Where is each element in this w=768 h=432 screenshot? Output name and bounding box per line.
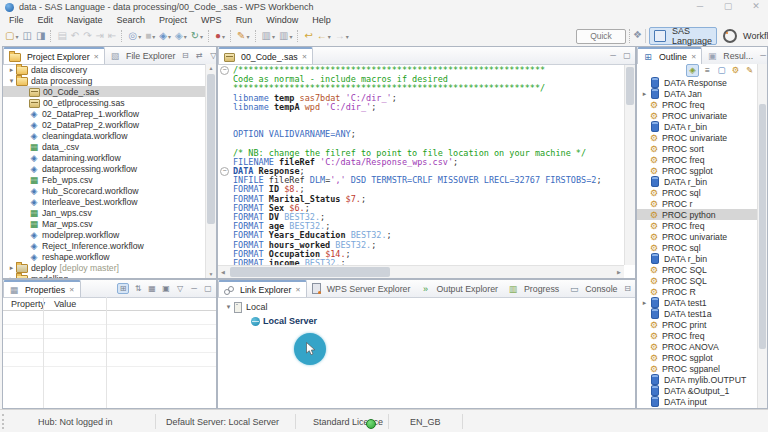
properties-tab-properties[interactable]: ▦Properties✕ <box>3 280 81 297</box>
bottom-tab-wps-server-explorer[interactable]: WPS Server Explorer <box>307 280 416 297</box>
format-code-button[interactable]: ✎▾ <box>236 29 250 44</box>
project-tab-project-explorer[interactable]: Project Explorer✕ <box>3 47 105 64</box>
view-menu-icon[interactable]: ▽ <box>175 284 185 293</box>
outline-item-proc-sort[interactable]: ⚙PROC sort <box>637 143 758 154</box>
outline-item-proc-univariate[interactable]: ⚙PROC univariate <box>637 110 758 121</box>
expander-icon[interactable]: ▸ <box>640 90 649 98</box>
quick-access-button[interactable]: Quick Access <box>576 29 626 44</box>
tree-item-cleaningdata-workflow[interactable]: ◈cleaningdata.workflow <box>3 130 206 141</box>
dropdown-arrow-icon[interactable]: ▾ <box>222 33 225 40</box>
outline-item-proc-freq[interactable]: ⚙PROC freq <box>637 99 758 110</box>
outline-item-proc-sgplot[interactable]: ⚙PROC sgplot <box>637 352 758 363</box>
outline-item-data-r-bin[interactable]: DATA r_bin <box>637 121 758 132</box>
scroll-thumb[interactable] <box>230 267 390 277</box>
dropdown-arrow-icon[interactable]: ▾ <box>184 33 187 40</box>
scroll-left-icon[interactable]: ◀ <box>218 266 228 278</box>
menu-window[interactable]: Window <box>259 15 305 27</box>
tree-item-data-processing[interactable]: ▾data processing <box>3 75 206 86</box>
outline-item-data-r-bin[interactable]: DATA r_bin <box>637 253 758 264</box>
menu-edit[interactable]: Edit <box>31 15 61 27</box>
column-divider[interactable] <box>43 297 44 408</box>
outline-item-data-r-bin[interactable]: DATA r_bin <box>637 176 758 187</box>
close-tab-icon[interactable]: ✕ <box>295 286 300 294</box>
toggle-outline-button[interactable]: ▥▾ <box>278 29 293 44</box>
scroll-right-icon[interactable]: ▶ <box>614 266 624 278</box>
run-wps-button[interactable]: ◈▾ <box>158 29 172 44</box>
menu-navigate[interactable]: Navigate <box>60 15 110 27</box>
scroll-thumb[interactable] <box>626 67 634 105</box>
tree-item-00-code-sas[interactable]: 00_Code_.sas <box>3 86 206 97</box>
dropdown-arrow-icon[interactable]: ▾ <box>168 33 171 40</box>
stop-button[interactable]: ■▾ <box>144 29 156 44</box>
tree-item-mar-wps-csv[interactable]: ▦Mar_wps.csv <box>3 218 206 229</box>
hide-steps-icon[interactable]: ≡ <box>702 65 713 76</box>
property-row[interactable] <box>3 325 216 339</box>
outline-item-data-jan[interactable]: ▸DATA Jan <box>637 88 758 99</box>
dropdown-arrow-icon[interactable]: ▾ <box>272 33 275 40</box>
project-tree-scrollbar[interactable]: ▲ ▼ <box>205 64 216 278</box>
tree-item-dataprocessing-workflow[interactable]: ◈dataprocessing.workflow <box>3 163 206 174</box>
outline-item-proc-freq[interactable]: ⚙PROC freq <box>637 154 758 165</box>
bottom-tab-progress[interactable]: ▥Progress <box>503 280 564 297</box>
show-procs-icon[interactable]: ⚙ <box>730 65 741 76</box>
editor-horizontal-scrollbar[interactable]: ◀ ▶ <box>218 265 624 278</box>
expander-icon[interactable]: ▸ <box>7 264 16 272</box>
outline-item-proc-freq[interactable]: ⚙PROC freq <box>637 330 758 341</box>
column-divider[interactable] <box>106 297 107 408</box>
tree-item-02-dataprep-1-workflow[interactable]: ◈02_DataPrep_1.workflow <box>3 108 206 119</box>
project-tab-file-explorer[interactable]: ▧File Explorer <box>105 47 180 64</box>
toggle-block-button[interactable]: ▥▾ <box>261 29 276 44</box>
editor-tab-00-code-sas[interactable]: 00_Code_.sas✕ <box>218 47 313 64</box>
minimize-panel-button[interactable]: ─ <box>189 284 199 293</box>
collapse-all-icon[interactable]: ⊟ <box>180 51 190 60</box>
outline-item-data-test1[interactable]: ▸DATA test1 <box>637 297 758 308</box>
fold-marker-icon[interactable]: − <box>220 66 229 75</box>
editor-fold-gutter[interactable]: −− <box>218 65 231 265</box>
outline-item-proc-sgpanel[interactable]: ⚙PROC sgpanel <box>637 363 758 374</box>
tree-item-modelprep-workflow[interactable]: ◈modelprep.workflow <box>3 229 206 240</box>
outline-list[interactable]: DATA Response▸DATA Jan⚙PROC freq⚙PROC un… <box>637 77 758 408</box>
last-edit-location-button[interactable]: ↩ <box>303 29 313 44</box>
menu-help[interactable]: Help <box>305 15 338 27</box>
outline-item-proc-anova[interactable]: ⚙PROC ANOVA <box>637 341 758 352</box>
outline-scrollbar[interactable] <box>757 64 767 408</box>
export-button[interactable]: ⇤ <box>107 29 117 44</box>
server-item-local-server[interactable]: Local Server <box>222 314 625 328</box>
dropdown-arrow-icon[interactable]: ▾ <box>15 33 18 40</box>
outline-item-data-response[interactable]: DATA Response <box>637 77 758 88</box>
outline-item-proc-univariate[interactable]: ⚙PROC univariate <box>637 231 758 242</box>
outline-item-proc-python[interactable]: ⚙PROC python <box>637 209 758 220</box>
property-row[interactable] <box>3 339 216 353</box>
close-tab-icon[interactable]: ✕ <box>94 53 99 61</box>
perspective-workflow[interactable]: Workflow <box>719 28 768 44</box>
property-row[interactable] <box>3 353 216 367</box>
bottom-tab-output-explorer[interactable]: »Output Explorer <box>415 280 503 297</box>
scroll-thumb[interactable] <box>207 74 215 224</box>
tree-item-hub-scorecard-workflow[interactable]: ◈Hub_Scorecard.workflow <box>3 185 206 196</box>
tree-item-datamining-workflow[interactable]: ◈datamining.workflow <box>3 152 206 163</box>
menu-search[interactable]: Search <box>110 15 153 27</box>
menu-run[interactable]: Run <box>229 15 260 27</box>
expander-icon[interactable]: ▸ <box>7 66 16 74</box>
menu-project[interactable]: Project <box>152 15 194 27</box>
show-source-icon[interactable]: ▢ <box>716 65 727 76</box>
code-editor[interactable]: /***************************************… <box>233 66 622 265</box>
sort-icon[interactable]: ⇅ <box>133 284 143 293</box>
outline-item-data-output-1[interactable]: DATA &Output_1 <box>637 385 758 396</box>
close-tab-icon[interactable]: ✕ <box>69 286 74 294</box>
fold-marker-icon[interactable]: − <box>220 167 229 176</box>
tree-item-modelling[interactable]: ▸modelling <box>3 273 206 278</box>
outline-item-proc-sgplot[interactable]: ⚙PROC sgplot <box>637 165 758 176</box>
menu-wps[interactable]: WPS <box>194 15 229 27</box>
save-button[interactable]: ◫ <box>21 29 32 44</box>
minimize-panel-button[interactable]: ─ <box>758 51 768 60</box>
new-button[interactable]: ▢▾ <box>4 29 19 44</box>
project-tree[interactable]: ▸data discovery▾data processing00_Code_.… <box>3 64 206 278</box>
show-categories-icon[interactable]: ▦ <box>147 284 157 293</box>
forward-button[interactable]: →▾ <box>334 29 350 44</box>
dropdown-arrow-icon[interactable]: ▾ <box>289 33 292 40</box>
server-item-local[interactable]: ▾Local <box>222 300 625 314</box>
tree-item-deploy[interactable]: ▸deploy[deploy master] <box>3 262 206 273</box>
scroll-down-icon[interactable]: ▼ <box>206 271 216 277</box>
outline-item-proc-sql[interactable]: ⚙PROC sql <box>637 187 758 198</box>
